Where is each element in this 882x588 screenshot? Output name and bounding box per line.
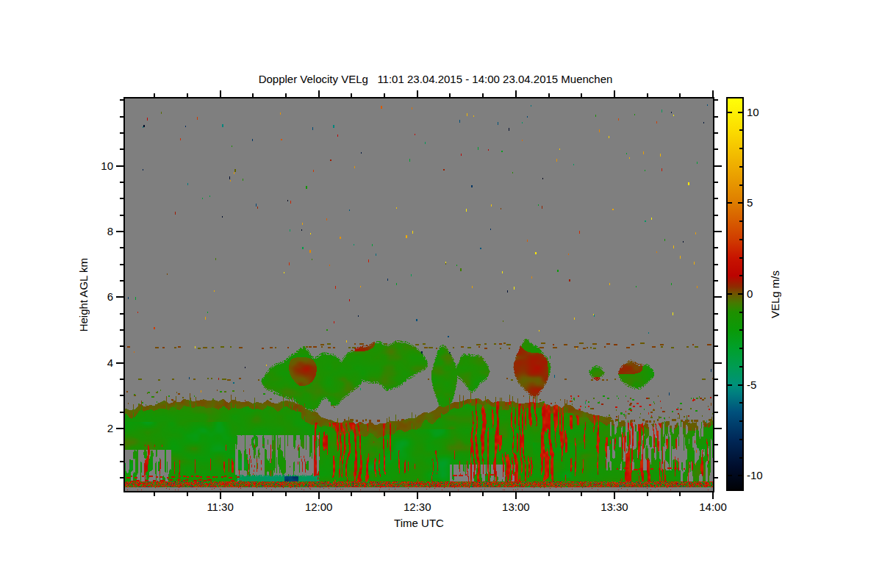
colorbar-tick: [728, 384, 732, 386]
y-axis-tick-label: 2: [68, 422, 113, 435]
y-axis-tick: [714, 362, 722, 364]
colorbar-tick: [728, 293, 732, 295]
y-axis-tick: [714, 280, 718, 282]
x-axis-tick: [647, 492, 648, 496]
y-axis-tick: [120, 461, 123, 462]
y-axis-tick: [714, 132, 718, 134]
colorbar-tick: [739, 402, 742, 404]
y-axis-tick: [714, 198, 718, 199]
colorbar-tick: [728, 475, 732, 476]
colorbar-tick: [738, 475, 742, 476]
y-axis-tick: [120, 280, 123, 282]
y-axis-tick: [714, 264, 718, 265]
x-axis-tick-label: 13:30: [591, 501, 638, 513]
x-axis-tick: [614, 492, 615, 499]
colorbar-tick: [739, 366, 742, 368]
colorbar-tick: [728, 202, 732, 204]
colorbar-tick: [738, 293, 742, 295]
colorbar-tick: [739, 239, 742, 240]
y-axis-tick: [120, 477, 123, 478]
y-axis-tick: [116, 362, 123, 364]
y-axis-tick: [120, 99, 123, 101]
colorbar-tick-label: 0: [747, 287, 785, 301]
y-axis-tick: [116, 165, 123, 167]
colorbar-tick: [739, 129, 742, 131]
colorbar-tick-label: -10: [747, 469, 785, 482]
x-axis-tick: [220, 90, 221, 97]
colorbar-tick-label: -5: [747, 379, 785, 392]
colorbar-tick: [738, 202, 742, 204]
x-axis-tick: [482, 93, 484, 97]
y-axis-tick: [120, 264, 123, 265]
y-axis-tick: [714, 215, 718, 216]
x-axis-tick: [384, 93, 385, 97]
x-axis-tick: [548, 93, 550, 97]
y-axis-tick: [120, 412, 123, 413]
colorbar-tick: [739, 312, 742, 313]
x-axis-tick: [712, 90, 714, 97]
y-axis-tick: [120, 313, 123, 315]
x-axis-tick-label: 12:00: [295, 501, 343, 513]
y-axis-tick: [120, 116, 123, 118]
x-axis-tick: [679, 492, 681, 496]
y-axis-tick: [714, 313, 718, 315]
y-axis-tick: [714, 116, 718, 118]
y-axis-tick: [714, 379, 718, 380]
heatmap-canvas: [125, 98, 713, 491]
y-axis-tick: [714, 296, 722, 298]
x-axis-tick: [581, 93, 582, 97]
y-axis-tick: [714, 247, 718, 248]
colorbar-tick: [728, 112, 732, 113]
x-axis-tick: [154, 93, 155, 97]
y-axis-tick: [120, 182, 123, 183]
x-axis-tick: [515, 90, 517, 97]
x-axis-tick: [187, 93, 188, 97]
x-axis-tick: [220, 492, 221, 499]
y-axis-tick: [116, 296, 123, 298]
doppler-velocity-figure: Doppler Velocity VELg 11:01 23.04.2015 -…: [0, 0, 882, 588]
x-axis-tick: [318, 492, 320, 499]
y-axis-tick: [714, 345, 718, 347]
x-axis-tick: [252, 93, 254, 97]
x-axis-tick: [449, 492, 451, 496]
colorbar-tick: [739, 420, 742, 422]
y-axis-tick: [714, 148, 718, 150]
y-axis-tick: [116, 428, 123, 429]
x-axis-tick-label: 11:30: [197, 501, 244, 513]
y-axis-tick: [714, 231, 722, 232]
x-axis-title: Time UTC: [125, 517, 713, 529]
x-axis-tick-label: 12:30: [394, 501, 441, 513]
x-axis-tick: [351, 93, 352, 97]
y-axis-tick: [120, 215, 123, 216]
plot-title: Doppler Velocity VELg 11:01 23.04.2015 -…: [125, 73, 746, 85]
y-axis-tick: [714, 428, 722, 429]
x-axis-tick: [515, 492, 517, 499]
x-axis-tick: [548, 492, 550, 496]
y-axis-tick-label: 6: [68, 290, 113, 304]
y-axis-tick: [120, 379, 123, 380]
colorbar-tick: [739, 329, 742, 331]
x-axis-tick-label: 13:00: [492, 501, 539, 513]
colorbar-tick: [739, 184, 742, 186]
x-axis-tick: [647, 93, 648, 97]
x-axis-tick: [679, 93, 681, 97]
colorbar-tick: [739, 348, 742, 349]
y-axis-tick: [116, 231, 123, 232]
y-axis-tick: [120, 148, 123, 150]
x-axis-tick: [417, 90, 418, 97]
y-axis-tick-label: 10: [68, 159, 113, 173]
colorbar-tick: [739, 257, 742, 259]
x-axis-tick: [154, 492, 155, 496]
x-axis-tick: [285, 93, 287, 97]
x-axis-tick-label: 14:00: [689, 501, 736, 513]
colorbar-tick-label: 5: [747, 196, 785, 209]
x-axis-tick: [252, 492, 254, 496]
x-axis-tick: [614, 90, 615, 97]
y-axis-tick: [120, 345, 123, 347]
x-axis-tick: [318, 90, 320, 97]
y-axis-tick: [120, 395, 123, 396]
colorbar-tick: [739, 439, 742, 440]
y-axis-tick: [714, 444, 718, 445]
colorbar-tick: [739, 275, 742, 276]
y-axis-tick: [714, 329, 718, 331]
